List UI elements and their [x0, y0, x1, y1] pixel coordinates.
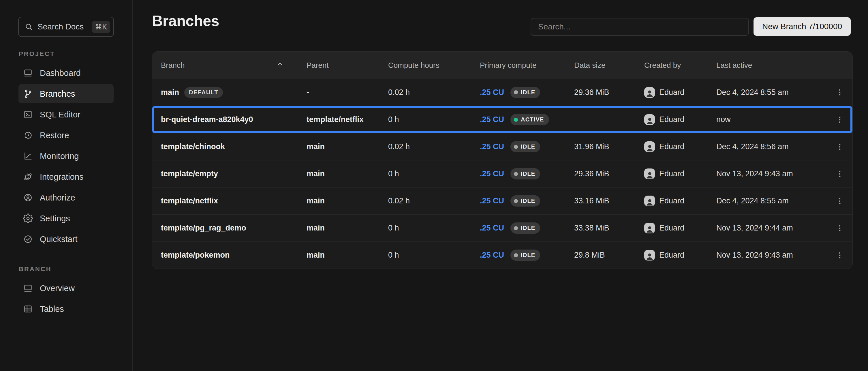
- created-by-name: Eduard: [659, 196, 684, 206]
- column-header-primary-compute: Primary compute: [480, 61, 574, 70]
- compute-hours-cell: 0 h: [388, 115, 480, 124]
- integrations-icon: [23, 172, 33, 182]
- row-menu-button[interactable]: [833, 221, 847, 235]
- compute-units: .25 CU: [480, 115, 504, 124]
- kebab-icon: [835, 251, 844, 260]
- status-dot: [514, 90, 518, 94]
- sidebar-item-tables[interactable]: Tables: [19, 300, 114, 318]
- search-docs-button[interactable]: Search Docs ⌘K: [18, 17, 114, 37]
- data-size-cell: 31.96 MiB: [574, 142, 644, 151]
- created-by-cell: Eduard: [644, 168, 716, 179]
- search-input[interactable]: [531, 18, 749, 36]
- sidebar-item-restore[interactable]: Restore: [19, 126, 114, 145]
- sort-ascending-icon[interactable]: [276, 61, 284, 69]
- created-by-cell: Eduard: [644, 250, 716, 260]
- user-avatar-icon: [645, 142, 654, 152]
- sidebar-item-label: Monitoring: [40, 151, 79, 161]
- sidebar: Search Docs ⌘K PROJECTDashboardBranchesS…: [0, 0, 133, 371]
- table-row-br-quiet-dream-a820k4y0[interactable]: br-quiet-dream-a820k4y0template/netflix0…: [152, 106, 852, 133]
- kebab-icon: [835, 115, 844, 124]
- compute-hours-cell: 0 h: [388, 224, 480, 233]
- last-active-cell: Dec 4, 2024 8:56 am: [716, 142, 827, 151]
- created-by-name: Eduard: [659, 251, 684, 260]
- table-row-template-netflix[interactable]: template/netflixmain0.02 h.25 CUIDLE33.1…: [152, 187, 852, 214]
- branch-name: template/chinook: [161, 142, 225, 151]
- sidebar-item-settings[interactable]: Settings: [19, 209, 114, 228]
- last-active-cell: Nov 13, 2024 9:43 am: [716, 251, 827, 260]
- sidebar-section-project: DashboardBranchesSQL EditorRestoreMonito…: [19, 63, 114, 249]
- table-row-template-pokemon[interactable]: template/pokemonmain0 h.25 CUIDLE29.8 Mi…: [152, 242, 852, 269]
- compute-units: .25 CU: [480, 142, 504, 151]
- settings-icon: [23, 214, 33, 223]
- table-row-template-pg-rag-demo[interactable]: template/pg_rag_demomain0 h.25 CUIDLE33.…: [152, 214, 852, 242]
- created-by-name: Eduard: [659, 224, 684, 233]
- tables-icon: [23, 304, 33, 314]
- sidebar-item-label: Dashboard: [40, 68, 81, 78]
- sidebar-item-authorize[interactable]: Authorize: [19, 188, 114, 207]
- row-menu-button[interactable]: [833, 167, 847, 181]
- column-header-last-active: Last active: [716, 61, 827, 70]
- sidebar-item-sql-editor[interactable]: SQL Editor: [19, 105, 114, 124]
- row-menu-button[interactable]: [833, 113, 847, 127]
- status-label: IDLE: [521, 171, 535, 177]
- row-actions-cell: [827, 221, 847, 235]
- table-row-template-empty[interactable]: template/emptymain0 h.25 CUIDLE29.36 MiB…: [152, 160, 852, 187]
- sidebar-item-integrations[interactable]: Integrations: [19, 167, 114, 186]
- sidebar-item-quickstart[interactable]: Quickstart: [19, 229, 114, 249]
- sidebar-item-label: Settings: [40, 214, 70, 223]
- sidebar-section-branch: OverviewTables: [19, 279, 114, 318]
- sidebar-item-branches[interactable]: Branches: [19, 84, 114, 103]
- table-row-main[interactable]: mainDEFAULT-0.02 h.25 CUIDLE29.36 MiBEdu…: [152, 79, 852, 106]
- created-by-name: Eduard: [659, 142, 684, 151]
- parent-name: main: [307, 142, 388, 151]
- row-menu-button[interactable]: [833, 194, 847, 208]
- status-dot: [514, 199, 518, 203]
- new-branch-button[interactable]: New Branch 7/100000: [753, 17, 851, 36]
- row-menu-button[interactable]: [833, 248, 847, 262]
- row-actions-cell: [827, 167, 847, 181]
- main-content: Branches New Branch 7/100000 Branch Pare…: [133, 0, 868, 371]
- primary-compute-cell: .25 CUIDLE: [480, 87, 574, 98]
- primary-compute-cell: .25 CUIDLE: [480, 168, 574, 180]
- compute-hours-cell: 0 h: [388, 169, 480, 178]
- status-label: IDLE: [521, 225, 535, 231]
- column-header-branch[interactable]: Branch: [161, 61, 307, 70]
- sidebar-item-monitoring[interactable]: Monitoring: [19, 147, 114, 165]
- dashboard-icon: [23, 68, 33, 78]
- branch-name: template/netflix: [161, 196, 218, 206]
- primary-compute-cell: .25 CUIDLE: [480, 250, 574, 261]
- branches-table: Branch Parent Compute hours Primary comp…: [152, 51, 853, 269]
- sidebar-item-overview[interactable]: Overview: [19, 279, 114, 298]
- branch-name: template/pg_rag_demo: [161, 224, 246, 233]
- authorize-icon: [23, 193, 33, 203]
- status-dot: [514, 118, 518, 122]
- created-by-name: Eduard: [659, 169, 684, 178]
- compute-hours-cell: 0 h: [388, 251, 480, 260]
- compute-hours-cell: 0.02 h: [388, 88, 480, 97]
- user-avatar: [644, 114, 655, 125]
- user-avatar-icon: [645, 196, 654, 206]
- status-badge: IDLE: [510, 222, 540, 234]
- compute-units: .25 CU: [480, 196, 504, 206]
- last-active-cell: Nov 13, 2024 9:43 am: [716, 169, 827, 178]
- branch-cell: template/chinook: [161, 142, 307, 151]
- last-active-cell: Dec 4, 2024 8:55 am: [716, 196, 827, 206]
- status-dot: [514, 253, 518, 257]
- sidebar-item-label: Quickstart: [40, 235, 78, 244]
- branch-cell: template/netflix: [161, 196, 307, 206]
- row-menu-button[interactable]: [833, 140, 847, 154]
- branch-cell: mainDEFAULT: [161, 87, 307, 98]
- table-row-template-chinook[interactable]: template/chinookmain0.02 h.25 CUIDLE31.9…: [152, 133, 852, 160]
- status-label: IDLE: [521, 89, 535, 96]
- column-label-branch: Branch: [161, 61, 185, 70]
- row-actions-cell: [827, 140, 847, 154]
- data-size-cell: 29.36 MiB: [574, 169, 644, 178]
- search-docs-shortcut: ⌘K: [92, 21, 110, 33]
- overview-icon: [23, 283, 33, 293]
- status-label: IDLE: [521, 144, 535, 150]
- row-menu-button[interactable]: [833, 85, 847, 99]
- search-docs-label: Search Docs: [37, 22, 88, 31]
- sidebar-item-dashboard[interactable]: Dashboard: [19, 63, 114, 83]
- user-avatar: [644, 168, 655, 179]
- user-avatar-icon: [645, 115, 654, 125]
